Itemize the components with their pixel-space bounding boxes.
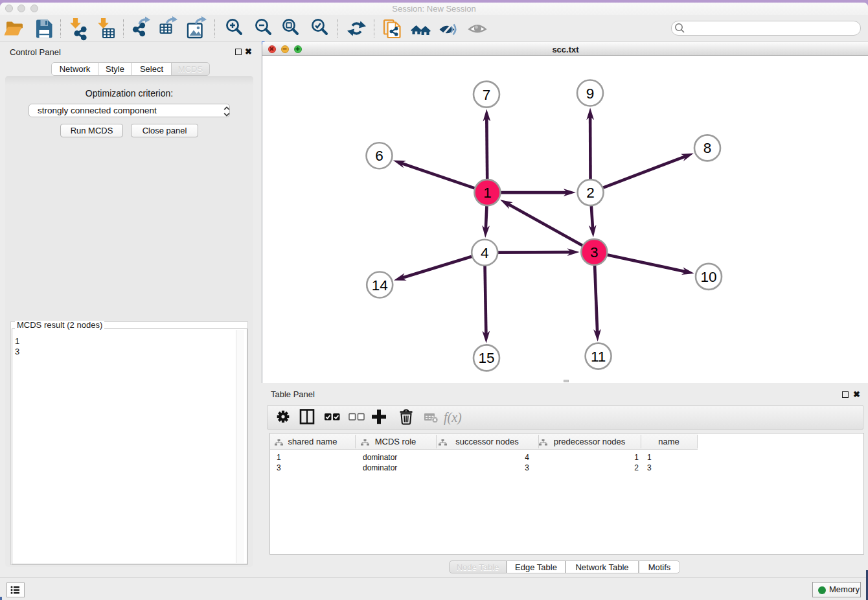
svg-text:f(x): f(x) <box>444 410 462 425</box>
svg-text:4: 4 <box>481 245 489 261</box>
svg-text:6: 6 <box>375 148 383 164</box>
svg-text:14: 14 <box>372 277 388 294</box>
svg-text:15: 15 <box>478 350 494 366</box>
svg-text:9: 9 <box>586 86 595 102</box>
svg-text:3: 3 <box>590 244 599 260</box>
svg-text:1: 1 <box>483 185 492 201</box>
svg-text:2: 2 <box>586 185 595 201</box>
svg-text:10: 10 <box>700 269 716 285</box>
svg-text:7: 7 <box>483 87 491 103</box>
svg-text:8: 8 <box>703 140 712 156</box>
svg-text:11: 11 <box>591 349 606 365</box>
